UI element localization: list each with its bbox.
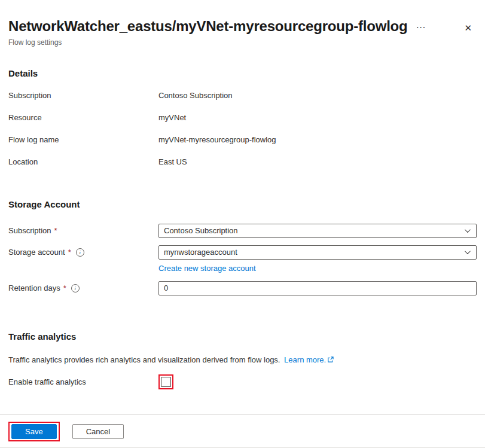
subscription-dropdown-value: Contoso Subscription	[164, 226, 238, 235]
storage-account-form: Subscription * Contoso Subscription Stor…	[8, 224, 477, 303]
detail-label: Location	[8, 157, 158, 166]
annotation-highlight	[158, 374, 173, 389]
enable-traffic-analytics-row: Enable traffic analytics	[8, 374, 477, 389]
footer-buttons: Save Cancel	[8, 415, 477, 447]
detail-row-resource: Resource myVNet	[8, 106, 477, 129]
page-title: NetworkWatcher_eastus/myVNet-myresourceg…	[8, 18, 413, 35]
save-button[interactable]: Save	[11, 424, 57, 439]
cancel-button[interactable]: Cancel	[72, 424, 124, 439]
details-section: Subscription Contoso Subscription Resour…	[8, 84, 477, 173]
footer: Save Cancel	[8, 415, 477, 448]
details-heading: Details	[8, 68, 477, 78]
retention-days-label-text: Retention days	[8, 281, 60, 295]
flow-log-settings-panel: NetworkWatcher_eastus/myVNet-myresourceg…	[0, 0, 485, 448]
retention-days-label: Retention days * i	[8, 281, 158, 295]
info-icon[interactable]: i	[76, 248, 84, 257]
header-actions: ⋯ ✕	[413, 18, 477, 33]
detail-row-subscription: Subscription Contoso Subscription	[8, 84, 477, 106]
detail-label: Resource	[8, 113, 158, 122]
retention-days-form-row: Retention days * i	[8, 281, 477, 295]
detail-row-flow-log-name: Flow log name myVNet-myresourcegroup-flo…	[8, 129, 477, 151]
external-link-icon	[327, 356, 334, 365]
chevron-down-icon	[465, 227, 471, 233]
storage-account-heading: Storage Account	[8, 199, 477, 209]
learn-more-link[interactable]: Learn more.	[284, 355, 326, 364]
create-storage-account-link[interactable]: Create new storage account	[158, 264, 256, 273]
detail-value: myVNet	[158, 113, 186, 122]
page-subtitle: Flow log settings	[8, 38, 477, 47]
subscription-label-text: Subscription	[8, 224, 51, 238]
panel-header: NetworkWatcher_eastus/myVNet-myresourceg…	[8, 18, 477, 47]
storage-account-dropdown-value: mynwstorageaccount	[164, 248, 237, 257]
annotation-highlight: Save	[8, 422, 60, 441]
detail-label: Subscription	[8, 91, 158, 100]
traffic-analytics-heading: Traffic analytics	[8, 331, 477, 342]
detail-value: myVNet-myresourcegroup-flowlog	[158, 135, 276, 144]
storage-account-label: Storage account * i	[8, 245, 158, 260]
storage-account-form-row: Storage account * i mynwstorageaccount C…	[8, 245, 477, 273]
enable-traffic-analytics-label: Enable traffic analytics	[8, 377, 158, 386]
traffic-analytics-description-text: Traffic analytics provides rich analytic…	[8, 355, 280, 364]
storage-account-dropdown[interactable]: mynwstorageaccount	[158, 245, 477, 260]
required-marker: *	[63, 281, 66, 295]
storage-account-label-text: Storage account	[8, 245, 65, 260]
detail-row-location: Location East US	[8, 151, 477, 173]
info-icon[interactable]: i	[71, 284, 80, 292]
required-marker: *	[68, 245, 71, 260]
enable-traffic-analytics-checkbox[interactable]	[161, 377, 171, 387]
detail-value: Contoso Subscription	[158, 91, 233, 100]
more-options-icon[interactable]: ⋯	[413, 22, 428, 33]
chevron-down-icon	[465, 248, 471, 254]
required-marker: *	[54, 224, 57, 238]
detail-value: East US	[158, 157, 187, 166]
retention-days-input[interactable]	[158, 281, 477, 295]
detail-label: Flow log name	[8, 135, 158, 144]
close-icon[interactable]: ✕	[462, 22, 474, 33]
subscription-form-row: Subscription * Contoso Subscription	[8, 224, 477, 238]
subscription-label: Subscription *	[8, 224, 158, 238]
traffic-analytics-description: Traffic analytics provides rich analytic…	[8, 355, 477, 365]
subscription-dropdown[interactable]: Contoso Subscription	[158, 224, 477, 238]
